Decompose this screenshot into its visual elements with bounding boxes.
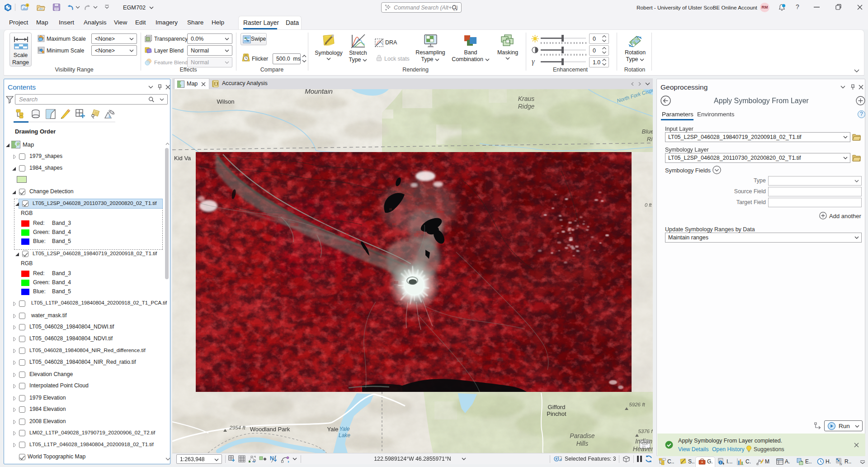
- svg-text:Yale: Yale: [327, 426, 338, 433]
- svg-text:5376 ft: 5376 ft: [638, 429, 653, 434]
- svg-text:Paradise: Paradise: [570, 432, 594, 439]
- svg-text:Kraus: Kraus: [518, 95, 535, 102]
- svg-text:Woodland Park: Woodland Park: [250, 426, 290, 433]
- svg-text:2954 ft: 2954 ft: [229, 425, 245, 430]
- svg-text:Yale: Yale: [339, 426, 349, 432]
- svg-text:Pinchot: Pinchot: [547, 410, 566, 417]
- svg-text:Gifford: Gifford: [548, 404, 566, 410]
- svg-text:Hills: Hills: [576, 440, 588, 447]
- svg-text:Heaven: Heaven: [633, 445, 653, 453]
- svg-text:Wilson: Wilson: [217, 98, 234, 105]
- svg-text:Ridge: Ridge: [518, 103, 535, 110]
- svg-text:Indian: Indian: [635, 438, 652, 445]
- svg-text:fx: fx: [840, 462, 842, 466]
- svg-text:0 ft: 0 ft: [645, 202, 652, 208]
- svg-text:Kid Va: Kid Va: [174, 155, 191, 162]
- svg-text:Lake: Lake: [339, 432, 350, 438]
- svg-text:Blue: Blue: [642, 128, 653, 135]
- svg-text:Ri: Ri: [647, 136, 653, 143]
- svg-text:5926 ft: 5926 ft: [629, 402, 645, 407]
- svg-text:Mountain: Mountain: [305, 89, 333, 95]
